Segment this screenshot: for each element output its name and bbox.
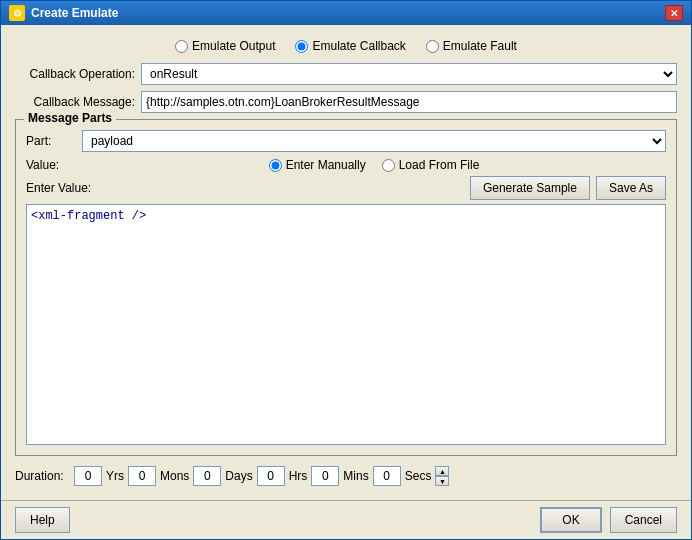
emulate-fault-radio[interactable] (426, 40, 439, 53)
content-area: Emulate Output Emulate Callback Emulate … (1, 25, 691, 500)
emulate-fault-option[interactable]: Emulate Fault (426, 39, 517, 53)
hrs-label: Hrs (289, 469, 308, 483)
action-buttons: Generate Sample Save As (470, 176, 666, 200)
callback-message-label: Callback Message: (15, 95, 135, 109)
main-window: ⚙ Create Emulate ✕ Emulate Output Emulat… (0, 0, 692, 540)
enter-value-row: Enter Value: Generate Sample Save As (26, 176, 666, 200)
secs-label: Secs (405, 469, 432, 483)
code-editor[interactable]: <xml-fragment /> (26, 204, 666, 445)
mins-label: Mins (343, 469, 368, 483)
callback-operation-select[interactable]: onResult (141, 63, 677, 85)
help-button[interactable]: Help (15, 507, 70, 533)
emulate-callback-label: Emulate Callback (312, 39, 405, 53)
callback-operation-label: Callback Operation: (15, 67, 135, 81)
emulate-output-radio[interactable] (175, 40, 188, 53)
enter-manually-radio[interactable] (269, 159, 282, 172)
load-from-file-label: Load From File (399, 158, 480, 172)
duration-mins-input[interactable] (311, 466, 339, 486)
generate-sample-button[interactable]: Generate Sample (470, 176, 590, 200)
duration-secs-input[interactable] (373, 466, 401, 486)
emulate-callback-option[interactable]: Emulate Callback (295, 39, 405, 53)
enter-value-label: Enter Value: (26, 181, 91, 195)
load-from-file-radio[interactable] (382, 159, 395, 172)
close-button[interactable]: ✕ (665, 5, 683, 21)
enter-manually-label: Enter Manually (286, 158, 366, 172)
callback-operation-row: Callback Operation: onResult (15, 63, 677, 85)
message-parts-title: Message Parts (24, 111, 116, 125)
part-select[interactable]: payload (82, 130, 666, 152)
load-from-file-option[interactable]: Load From File (382, 158, 480, 172)
emulate-callback-radio[interactable] (295, 40, 308, 53)
title-bar: ⚙ Create Emulate ✕ (1, 1, 691, 25)
spinner-down[interactable]: ▼ (435, 476, 449, 486)
window-title: Create Emulate (31, 6, 118, 20)
title-bar-left: ⚙ Create Emulate (9, 5, 118, 21)
save-as-button[interactable]: Save As (596, 176, 666, 200)
part-row: Part: payload (26, 130, 666, 152)
value-label: Value: (26, 158, 76, 172)
value-section: Value: Enter Manually Load From File (26, 158, 666, 445)
emulate-output-label: Emulate Output (192, 39, 275, 53)
spinner-up[interactable]: ▲ (435, 466, 449, 476)
ok-button[interactable]: OK (540, 507, 601, 533)
bottom-right-buttons: OK Cancel (540, 507, 677, 533)
yrs-label: Yrs (106, 469, 124, 483)
message-parts-group: Message Parts Part: payload Value: Enter… (15, 119, 677, 456)
part-label: Part: (26, 134, 76, 148)
mons-label: Mons (160, 469, 189, 483)
duration-yrs-input[interactable] (74, 466, 102, 486)
emulate-type-row: Emulate Output Emulate Callback Emulate … (15, 35, 677, 57)
value-radio-group: Enter Manually Load From File (82, 158, 666, 172)
emulate-output-option[interactable]: Emulate Output (175, 39, 275, 53)
duration-label: Duration: (15, 469, 70, 483)
window-icon: ⚙ (9, 5, 25, 21)
emulate-fault-label: Emulate Fault (443, 39, 517, 53)
callback-message-row: Callback Message: (15, 91, 677, 113)
value-row-label: Value: Enter Manually Load From File (26, 158, 666, 172)
enter-manually-option[interactable]: Enter Manually (269, 158, 366, 172)
callback-message-input[interactable] (141, 91, 677, 113)
duration-row: Duration: Yrs Mons Days Hrs Mins Secs ▲ … (15, 462, 677, 490)
duration-hrs-input[interactable] (257, 466, 285, 486)
days-label: Days (225, 469, 252, 483)
bottom-bar: Help OK Cancel (1, 500, 691, 539)
cancel-button[interactable]: Cancel (610, 507, 677, 533)
duration-mons-input[interactable] (128, 466, 156, 486)
duration-days-input[interactable] (193, 466, 221, 486)
duration-spinner[interactable]: ▲ ▼ (435, 466, 449, 486)
